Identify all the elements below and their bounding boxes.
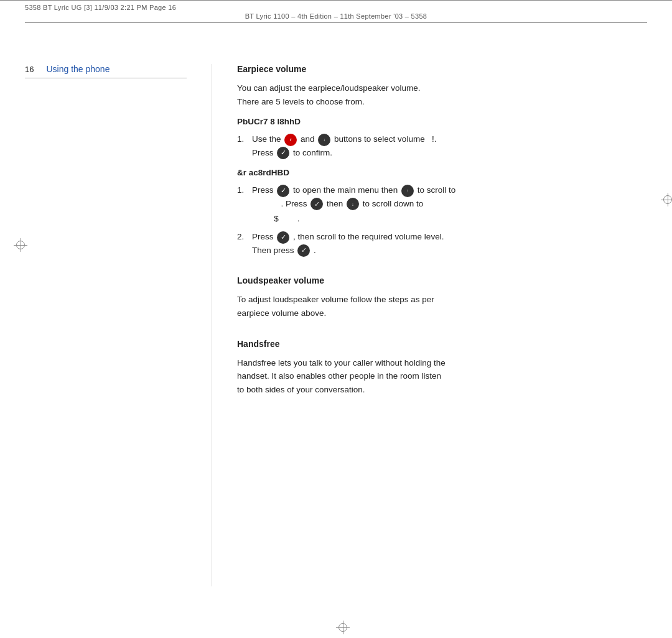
steps-pbucr: 1. Use the r and ↓ buttons to select vol…: [237, 132, 641, 159]
sidebar: 16 Using the phone: [0, 64, 212, 586]
scroll-icon-2: ↑: [401, 185, 414, 197]
earpiece-volume-heading: Earpiece volume: [237, 64, 641, 74]
main-layout: 16 Using the phone Earpiece volume You c…: [0, 27, 672, 586]
section-handsfree: Handsfree Handsfree lets you talk to you…: [237, 339, 641, 397]
step-num-2b: 2.: [237, 230, 252, 244]
step-num-1: 1.: [237, 132, 252, 146]
step-body-2b: Press ✓ , then scroll to the required vo…: [252, 230, 641, 257]
earpiece-volume-intro: You can adjust the earpiece/loudspeaker …: [237, 81, 641, 108]
page-title: Using the phone: [46, 64, 110, 74]
content-area: Earpiece volume You can adjust the earpi…: [212, 64, 672, 586]
loudspeaker-text: To adjust loudspeaker volume follow the …: [237, 293, 641, 320]
scroll-icon-3: ↓: [347, 198, 359, 210]
scroll-icon-1: ↓: [318, 134, 330, 146]
page-header: 5358 BT Lyric UG [3] 11/9/03 2:21 PM Pag…: [0, 0, 672, 27]
confirm-icon-1: ✓: [277, 147, 289, 159]
redial-icon: r: [284, 134, 297, 146]
step-num-1b: 1.: [237, 183, 252, 197]
step-2-ar: 2. Press ✓ , then scroll to the required…: [237, 230, 641, 257]
page-number: 16: [25, 65, 34, 74]
section-loudspeaker: Loudspeaker volume To adjust loudspeaker…: [237, 275, 641, 320]
step-1-pbucr: 1. Use the r and ↓ buttons to select vol…: [237, 132, 641, 159]
header-line2: BT Lyric 1100 – 4th Edition – 11th Septe…: [245, 12, 427, 20]
sub-heading-ar: &r ac8rdHBD: [237, 168, 641, 177]
dollar-line: $ .: [267, 212, 641, 226]
step-indent-1: . Press ✓ then ↓ to scroll down to: [267, 199, 423, 208]
sub-heading-pbucr: PbUCr7 8 l8hhD: [237, 117, 641, 126]
menu-icon-1: ✓: [277, 185, 289, 197]
step-body-1: Use the r and ↓ buttons to select volume…: [252, 132, 641, 159]
handsfree-heading: Handsfree: [237, 339, 641, 349]
handsfree-text: Handsfree lets you talk to your caller w…: [237, 356, 641, 397]
menu-icon-3: ✓: [277, 231, 289, 244]
section-earpiece-volume: Earpiece volume You can adjust the earpi…: [237, 64, 641, 257]
loudspeaker-heading: Loudspeaker volume: [237, 275, 641, 285]
steps-ar: 1. Press ✓ to open the main menu then ↑ …: [237, 183, 641, 257]
step-body-1b: Press ✓ to open the main menu then ↑ to …: [252, 183, 641, 225]
menu-icon-2: ✓: [310, 198, 323, 210]
header-line1: 5358 BT Lyric UG [3] 11/9/03 2:21 PM Pag…: [25, 4, 176, 11]
header-separator: [25, 22, 647, 23]
sidebar-line: [25, 78, 187, 78]
step-1-ar: 1. Press ✓ to open the main menu then ↑ …: [237, 183, 641, 225]
menu-icon-4: ✓: [297, 244, 310, 257]
page-number-title: 16 Using the phone: [25, 64, 187, 74]
